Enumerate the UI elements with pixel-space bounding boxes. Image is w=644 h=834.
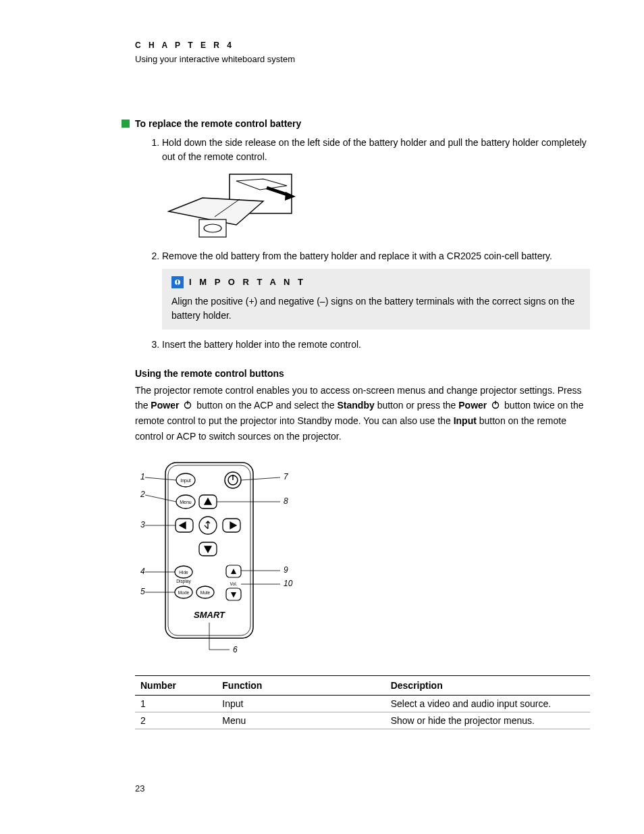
svg-point-3 — [204, 224, 221, 232]
chapter-label: C H A P T E R 4 — [135, 41, 590, 50]
svg-text:9: 9 — [284, 565, 288, 575]
cell-desc: Select a video and audio input source. — [385, 696, 590, 712]
table-row: 1 Input Select a video and audio input s… — [135, 696, 590, 712]
section-heading-row: To replace the remote control battery — [135, 118, 590, 129]
text-run: button or press the — [377, 400, 459, 411]
important-callout: I M P O R T A N T Align the positive (+)… — [162, 269, 590, 330]
table-row: 2 Menu Show or hide the projector menus. — [135, 712, 590, 729]
callout-header: I M P O R T A N T — [171, 276, 581, 289]
svg-text:Mode: Mode — [178, 590, 190, 595]
svg-rect-6 — [177, 280, 178, 283]
col-function: Function — [217, 676, 385, 696]
power-label: Power — [458, 400, 487, 411]
svg-text:SMART: SMART — [194, 610, 225, 620]
svg-text:7: 7 — [284, 472, 289, 481]
function-table: Number Function Description 1 Input Sele… — [135, 675, 590, 729]
step-item: Remove the old battery from the battery … — [162, 249, 590, 330]
svg-text:Hide: Hide — [179, 570, 188, 575]
step-text: Remove the old battery from the battery … — [162, 251, 552, 261]
svg-text:Mute: Mute — [200, 590, 211, 595]
power-icon — [491, 398, 500, 413]
svg-text:4: 4 — [140, 567, 145, 576]
document-page: C H A P T E R 4 Using your interactive w… — [0, 0, 644, 834]
important-icon — [171, 276, 184, 288]
btn-menu-text: Menu — [180, 500, 192, 504]
subsection-title: Using the remote control buttons — [135, 368, 590, 379]
callout-title: I M P O R T A N T — [189, 276, 306, 289]
svg-text:2: 2 — [140, 490, 145, 499]
svg-text:Display: Display — [176, 579, 191, 584]
callout-body: Align the positive (+) and negative (–) … — [171, 294, 581, 323]
svg-rect-7 — [177, 284, 178, 285]
step-item: Insert the battery holder into the remot… — [162, 338, 590, 352]
power-label: Power — [151, 400, 179, 411]
svg-text:8: 8 — [284, 496, 288, 506]
body-paragraph: The projector remote control enables you… — [135, 383, 590, 444]
chapter-subtitle: Using your interactive whiteboard system — [135, 54, 590, 64]
input-label: Input — [454, 415, 477, 426]
text-run: button on the ACP and select the — [196, 400, 337, 411]
svg-text:5: 5 — [140, 587, 145, 596]
standby-label: Standby — [338, 400, 375, 411]
step-text: Hold down the side release on the left s… — [162, 137, 587, 162]
steps-list: Hold down the side release on the left s… — [135, 136, 590, 352]
cell-num: 2 — [135, 712, 217, 729]
remote-control-diagram: Input Menu Hide Display Mode — [135, 457, 590, 662]
power-icon — [183, 398, 192, 413]
cell-num: 1 — [135, 696, 217, 712]
svg-text:10: 10 — [284, 579, 293, 588]
col-description: Description — [385, 676, 590, 696]
svg-text:Vol.: Vol. — [230, 581, 238, 586]
svg-text:3: 3 — [140, 520, 145, 529]
section-title: To replace the remote control battery — [135, 118, 301, 129]
step-item: Hold down the side release on the left s… — [162, 136, 590, 242]
page-number: 23 — [135, 783, 144, 793]
svg-text:1: 1 — [140, 472, 145, 481]
col-number: Number — [135, 676, 217, 696]
svg-text:6: 6 — [233, 645, 238, 654]
cell-func: Menu — [217, 712, 385, 729]
cell-desc: Show or hide the projector menus. — [385, 712, 590, 729]
cell-func: Input — [217, 696, 385, 712]
step-text: Insert the battery holder into the remot… — [162, 339, 361, 350]
bullet-square-icon — [122, 120, 130, 128]
battery-holder-illustration — [162, 171, 590, 242]
btn-input-text: Input — [180, 478, 191, 484]
